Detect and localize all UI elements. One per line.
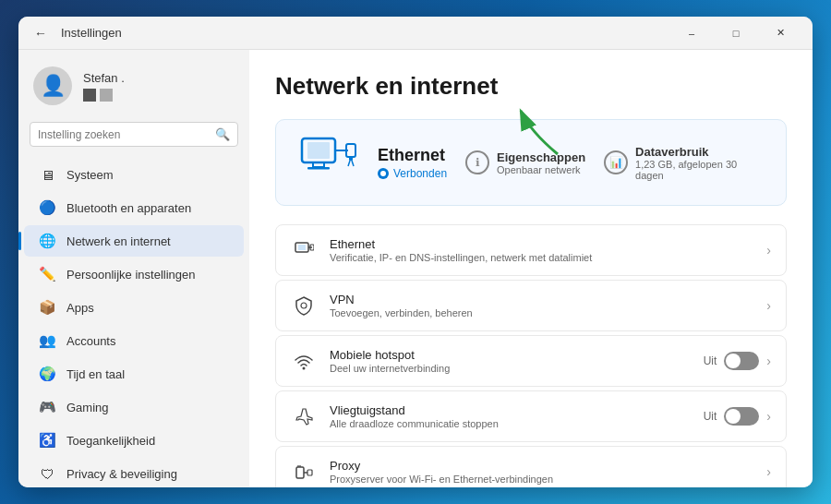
vliegtuig-item-right: Uit › (704, 407, 771, 426)
ethernet-item-text: Ethernet Verificatie, IP- en DNS-instell… (330, 237, 753, 263)
proxy-item-sub: Proxyserver voor Wi-Fi- en Ethernet-verb… (330, 474, 753, 485)
nav-item-accounts[interactable]: 👥 Accounts (24, 325, 244, 356)
proxy-item-title: Proxy (330, 459, 753, 473)
settings-window: ← Instellingen – □ ✕ 👤 Stefan . (18, 17, 813, 487)
hotspot-item-text: Mobiele hotspot Deel uw internetverbindi… (330, 348, 691, 374)
nav-label-netwerk: Netwerk en internet (66, 234, 171, 248)
avatar: 👤 (33, 66, 72, 105)
back-button[interactable]: ← (30, 22, 52, 44)
svg-rect-2 (313, 162, 324, 167)
apps-icon: 📦 (39, 299, 55, 316)
nav-label-gaming: Gaming (66, 401, 109, 414)
hotspot-toggle[interactable] (724, 352, 759, 370)
nav-label-privacy: Privacy & beveiliging (66, 467, 177, 481)
nav-item-toegankelijkheid[interactable]: ♿ Toegankelijkheid (24, 425, 244, 456)
vliegtuig-item-sub: Alle draadloze communicatie stoppen (330, 418, 691, 429)
svg-line-7 (348, 161, 350, 166)
svg-rect-12 (298, 245, 306, 250)
nav-item-persoonlijk[interactable]: ✏️ Persoonlijke instellingen (24, 258, 244, 290)
vpn-item-title: VPN (330, 293, 753, 306)
data-usage-label: Dataverbruik (635, 145, 767, 159)
badge-light (100, 89, 113, 102)
maximize-button[interactable]: □ (715, 18, 757, 48)
vliegtuig-item-title: Vliegtuigstand (330, 403, 691, 417)
ethernet-item-title: Ethernet (330, 237, 753, 251)
nav-label-persoonlijk: Persoonlijke instellingen (66, 268, 195, 282)
tijd-icon: 🌍 (39, 366, 55, 382)
nav-label-tijd: Tijd en taal (66, 367, 125, 381)
vliegtuig-item-icon (291, 403, 317, 429)
toegankelijkheid-icon: ♿ (39, 432, 55, 449)
user-info: Stefan . (83, 71, 125, 102)
data-usage-action[interactable]: 📊 Dataverbruik 1,23 GB, afgelopen 30 dag… (604, 145, 767, 181)
status-actions: ℹ Eigenschappen Openbaar netwerk 📊 Datav… (465, 145, 767, 181)
main-content: Netwerk en internet (249, 50, 813, 487)
proxy-item-icon (291, 459, 317, 485)
settings-item-ethernet[interactable]: Ethernet Verificatie, IP- en DNS-instell… (275, 224, 787, 276)
minimize-button[interactable]: – (670, 18, 713, 48)
user-section: 👤 Stefan . (18, 57, 249, 118)
settings-item-vliegtuig[interactable]: Vliegtuigstand Alle draadloze communicat… (275, 390, 787, 442)
nav-label-accounts: Accounts (66, 334, 115, 348)
nav-label-bluetooth: Bluetooth en apparaten (66, 201, 191, 215)
hotspot-item-right: Uit › (704, 352, 771, 370)
title-bar: ← Instellingen – □ ✕ (18, 17, 813, 50)
proxy-item-text: Proxy Proxyserver voor Wi-Fi- en Etherne… (330, 459, 753, 485)
status-info: Ethernet Verbonden (378, 146, 447, 180)
vliegtuig-item-text: Vliegtuigstand Alle draadloze communicat… (330, 403, 691, 429)
svg-point-15 (301, 303, 307, 308)
user-name: Stefan . (83, 71, 125, 85)
vpn-item-icon (291, 293, 317, 318)
hotspot-item-sub: Deel uw internetverbinding (330, 363, 691, 374)
sidebar: 👤 Stefan . 🔍 🖥 Systeem (18, 50, 249, 487)
nav-item-systeem[interactable]: 🖥 Systeem (24, 159, 244, 190)
vliegtuig-chevron-icon: › (766, 409, 771, 424)
gaming-icon: 🎮 (39, 399, 55, 415)
search-box[interactable]: 🔍 (30, 122, 238, 147)
systeem-icon: 🖥 (39, 166, 55, 183)
close-button[interactable]: ✕ (759, 18, 801, 48)
nav-label-toegankelijkheid: Toegankelijkheid (66, 434, 155, 448)
nav-item-gaming[interactable]: 🎮 Gaming (24, 391, 244, 423)
settings-list: Ethernet Verificatie, IP- en DNS-instell… (275, 224, 787, 487)
hotspot-item-title: Mobiele hotspot (330, 348, 691, 362)
settings-item-hotspot[interactable]: Mobiele hotspot Deel uw internetverbindi… (275, 335, 787, 387)
nav-item-privacy[interactable]: 🛡 Privacy & beveiliging (24, 458, 244, 487)
persoonlijk-icon: ✏️ (39, 266, 55, 282)
annotation-arrow (502, 103, 576, 159)
settings-item-vpn[interactable]: VPN Toevoegen, verbinden, beheren › (275, 280, 787, 331)
accounts-icon: 👥 (39, 332, 55, 349)
status-network-name: Ethernet (378, 146, 447, 165)
title-bar-left: ← Instellingen (30, 22, 670, 44)
vpn-item-text: VPN Toevoegen, verbinden, beheren (330, 293, 753, 318)
connected-label: Verbonden (393, 167, 447, 180)
badge-dark (83, 89, 96, 102)
content-area: 👤 Stefan . 🔍 🖥 Systeem (18, 50, 813, 487)
vpn-item-sub: Toevoegen, verbinden, beheren (330, 307, 753, 318)
vliegtuig-toggle-label: Uit (704, 410, 717, 423)
nav-item-netwerk[interactable]: 🌐 Netwerk en internet (24, 225, 244, 257)
user-badges (83, 89, 125, 102)
vliegtuig-toggle[interactable] (724, 407, 759, 426)
search-icon: 🔍 (215, 127, 230, 141)
ethernet-item-right: › (766, 243, 771, 258)
window-title: Instellingen (61, 26, 122, 40)
hotspot-item-icon (291, 348, 317, 374)
privacy-icon: 🛡 (39, 465, 55, 482)
properties-sub: Openbaar netwerk (497, 164, 585, 175)
connected-dot (378, 168, 389, 179)
nav-label-apps: Apps (66, 301, 94, 315)
ethernet-item-sub: Verificatie, IP- en DNS-instellingen, ne… (330, 252, 753, 263)
data-usage-icon: 📊 (604, 150, 628, 174)
page-title: Netwerk en internet (275, 72, 787, 101)
bluetooth-icon: 🔵 (39, 199, 55, 216)
nav-item-bluetooth[interactable]: 🔵 Bluetooth en apparaten (24, 192, 244, 223)
hotspot-chevron-icon: › (766, 354, 771, 368)
settings-item-proxy[interactable]: Proxy Proxyserver voor Wi-Fi- en Etherne… (275, 446, 787, 487)
properties-icon: ℹ (465, 150, 489, 174)
nav-item-tijd[interactable]: 🌍 Tijd en taal (24, 358, 244, 390)
search-input[interactable] (38, 128, 210, 141)
svg-rect-3 (307, 167, 330, 170)
nav-item-apps[interactable]: 📦 Apps (24, 292, 244, 323)
vpn-chevron-icon: › (766, 298, 771, 313)
